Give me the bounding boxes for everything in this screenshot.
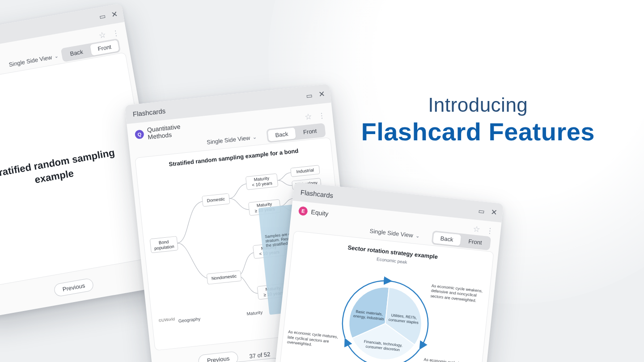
chevron-down-icon: ⌄ <box>54 53 59 59</box>
headline-big: Flashcard Features <box>361 117 595 146</box>
headline-small: Introducing <box>361 94 595 116</box>
chevron-down-icon: ⌄ <box>415 233 420 239</box>
previous-button[interactable]: Previous <box>198 351 239 362</box>
more-icon[interactable]: ⋮ <box>111 29 120 38</box>
window-title: Flashcards <box>132 107 166 118</box>
axis-maturity: Maturity <box>246 310 263 316</box>
window-close-icon[interactable]: ✕ <box>491 208 498 216</box>
headline: Introducing Flashcard Features <box>361 94 595 146</box>
card-body: Sector rotation strategy example Economi… <box>275 231 494 362</box>
tab-front[interactable]: Front <box>90 40 119 55</box>
pie-chart: Basic materials, energy, industrials Uti… <box>334 272 437 362</box>
previous-button[interactable]: Previous <box>53 278 94 297</box>
more-icon[interactable]: ⋮ <box>318 111 326 120</box>
window-close-icon[interactable]: ✕ <box>318 90 326 98</box>
note-top-right: As economic cycle weakens, defensive and… <box>430 283 485 304</box>
chevron-down-icon: ⌄ <box>252 134 257 140</box>
view-mode-label: Single Side View <box>207 135 250 146</box>
pie-wrap: As economic cycle weakens, defensive and… <box>284 256 487 362</box>
window-close-icon[interactable]: ✕ <box>111 10 119 18</box>
view-mode-label: Single Side View <box>369 227 413 239</box>
note-bottom-right: As economic cycle is bottoming, early cy… <box>422 358 477 362</box>
subject-label: Equity <box>311 208 329 217</box>
star-icon[interactable]: ☆ <box>304 112 312 122</box>
card-prompt: Stratified random sampling example <box>0 141 145 199</box>
axis-geography: Geography <box>178 316 200 324</box>
subject: E Equity <box>298 206 329 218</box>
tab-back[interactable]: Back <box>433 232 461 246</box>
tab-back[interactable]: Back <box>267 127 296 141</box>
subject-label: Quantitative Methods <box>147 122 188 140</box>
subject: Q Quantitative Methods <box>134 122 188 142</box>
note-bottom-left: As economic cycle matures, late cyclical… <box>287 329 342 350</box>
flashcard-window-3: Flashcards ▭ ✕ E Equity ☆ ⋮ Single Side … <box>270 182 504 362</box>
window-restore-icon[interactable]: ▭ <box>478 207 485 215</box>
tab-front[interactable]: Front <box>296 125 325 139</box>
window-restore-icon[interactable]: ▭ <box>98 13 106 20</box>
star-icon[interactable]: ☆ <box>98 30 106 40</box>
window-title: Flashcards <box>300 188 334 199</box>
more-icon[interactable]: ⋮ <box>486 227 494 235</box>
tab-front[interactable]: Front <box>461 235 490 249</box>
subject-badge-icon: Q <box>135 130 144 139</box>
tab-back[interactable]: Back <box>62 45 91 60</box>
star-icon[interactable]: ☆ <box>472 224 480 234</box>
subject-badge-icon: E <box>298 206 308 216</box>
window-restore-icon[interactable]: ▭ <box>306 92 313 99</box>
